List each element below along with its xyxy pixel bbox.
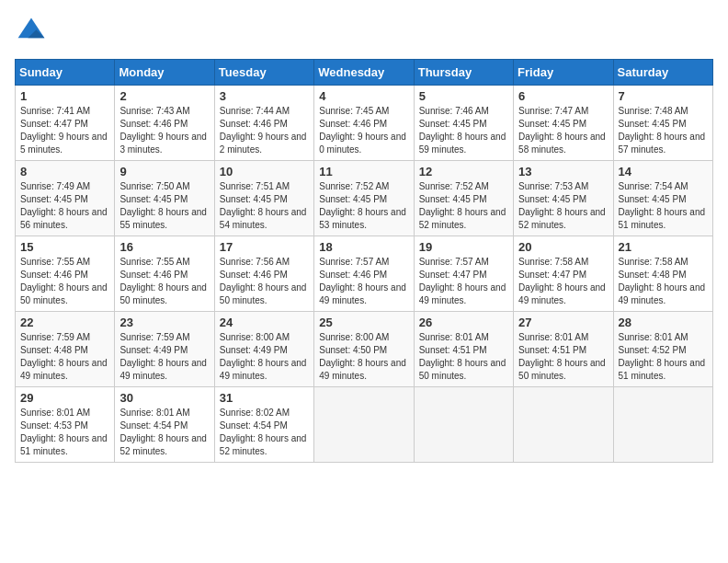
day-number: 30 — [119, 391, 209, 405]
calendar-cell: 23Sunrise: 7:59 AMSunset: 4:49 PMDayligh… — [115, 312, 214, 387]
cell-info: Sunrise: 7:52 AMSunset: 4:45 PMDaylight:… — [419, 181, 506, 230]
calendar-cell: 25Sunrise: 8:00 AMSunset: 4:50 PMDayligh… — [314, 312, 414, 387]
calendar-cell: 6Sunrise: 7:47 AMSunset: 4:45 PMDaylight… — [514, 86, 613, 161]
calendar-week-row: 1Sunrise: 7:41 AMSunset: 4:47 PMDaylight… — [16, 86, 713, 161]
cell-info: Sunrise: 7:55 AMSunset: 4:46 PMDaylight:… — [119, 257, 207, 305]
day-number: 2 — [119, 89, 209, 103]
day-number: 3 — [220, 89, 309, 103]
day-number: 31 — [220, 391, 309, 405]
page-header — [15, 15, 713, 48]
day-number: 14 — [619, 165, 708, 178]
calendar-week-row: 8Sunrise: 7:49 AMSunset: 4:45 PMDaylight… — [16, 161, 713, 236]
cell-info: Sunrise: 8:01 AMSunset: 4:51 PMDaylight:… — [419, 332, 506, 381]
cell-info: Sunrise: 8:02 AMSunset: 4:54 PMDaylight:… — [220, 408, 307, 456]
day-number: 23 — [119, 316, 209, 329]
calendar-cell: 11Sunrise: 7:52 AMSunset: 4:45 PMDayligh… — [314, 161, 414, 236]
cell-info: Sunrise: 7:45 AMSunset: 4:46 PMDaylight:… — [319, 106, 406, 155]
calendar-cell: 22Sunrise: 7:59 AMSunset: 4:48 PMDayligh… — [16, 312, 115, 387]
day-number: 7 — [619, 89, 708, 103]
day-number: 22 — [20, 316, 109, 329]
calendar-cell: 30Sunrise: 8:01 AMSunset: 4:54 PMDayligh… — [115, 387, 214, 463]
cell-info: Sunrise: 7:44 AMSunset: 4:46 PMDaylight:… — [220, 106, 307, 155]
calendar-week-row: 22Sunrise: 7:59 AMSunset: 4:48 PMDayligh… — [16, 312, 713, 387]
day-number: 25 — [319, 316, 408, 329]
calendar-cell: 26Sunrise: 8:01 AMSunset: 4:51 PMDayligh… — [414, 312, 513, 387]
day-number: 5 — [419, 89, 508, 103]
day-number: 12 — [419, 165, 508, 178]
cell-info: Sunrise: 7:41 AMSunset: 4:47 PMDaylight:… — [20, 106, 108, 155]
col-header-thursday: Thursday — [414, 60, 513, 86]
cell-info: Sunrise: 7:46 AMSunset: 4:45 PMDaylight:… — [419, 106, 506, 155]
day-number: 11 — [319, 165, 408, 178]
day-number: 8 — [20, 165, 109, 178]
day-number: 26 — [419, 316, 508, 329]
calendar-cell: 14Sunrise: 7:54 AMSunset: 4:45 PMDayligh… — [613, 161, 712, 236]
calendar-cell: 7Sunrise: 7:48 AMSunset: 4:45 PMDaylight… — [613, 86, 712, 161]
col-header-wednesday: Wednesday — [314, 60, 414, 86]
col-header-tuesday: Tuesday — [214, 60, 313, 86]
calendar-cell: 29Sunrise: 8:01 AMSunset: 4:53 PMDayligh… — [16, 387, 115, 463]
day-number: 9 — [119, 165, 209, 178]
logo-icon — [15, 15, 48, 48]
cell-info: Sunrise: 7:58 AMSunset: 4:48 PMDaylight:… — [619, 257, 706, 305]
day-number: 24 — [220, 316, 309, 329]
col-header-monday: Monday — [115, 60, 214, 86]
calendar-cell: 18Sunrise: 7:57 AMSunset: 4:46 PMDayligh… — [314, 236, 414, 312]
day-number: 18 — [319, 240, 408, 254]
day-number: 15 — [20, 240, 109, 254]
calendar-cell: 21Sunrise: 7:58 AMSunset: 4:48 PMDayligh… — [613, 236, 712, 312]
calendar-cell: 2Sunrise: 7:43 AMSunset: 4:46 PMDaylight… — [115, 86, 214, 161]
logo — [15, 15, 51, 48]
calendar-cell: 8Sunrise: 7:49 AMSunset: 4:45 PMDaylight… — [16, 161, 115, 236]
col-header-friday: Friday — [514, 60, 613, 86]
cell-info: Sunrise: 8:01 AMSunset: 4:52 PMDaylight:… — [619, 332, 706, 381]
cell-info: Sunrise: 7:47 AMSunset: 4:45 PMDaylight:… — [518, 106, 606, 155]
calendar-cell: 3Sunrise: 7:44 AMSunset: 4:46 PMDaylight… — [214, 86, 313, 161]
day-number: 4 — [319, 89, 408, 103]
calendar-cell: 13Sunrise: 7:53 AMSunset: 4:45 PMDayligh… — [514, 161, 613, 236]
calendar-cell: 10Sunrise: 7:51 AMSunset: 4:45 PMDayligh… — [214, 161, 313, 236]
calendar-cell — [414, 387, 513, 463]
calendar-cell: 15Sunrise: 7:55 AMSunset: 4:46 PMDayligh… — [16, 236, 115, 312]
calendar-week-row: 29Sunrise: 8:01 AMSunset: 4:53 PMDayligh… — [16, 387, 713, 463]
day-number: 13 — [518, 165, 608, 178]
cell-info: Sunrise: 8:01 AMSunset: 4:54 PMDaylight:… — [119, 408, 207, 456]
cell-info: Sunrise: 7:56 AMSunset: 4:46 PMDaylight:… — [220, 257, 307, 305]
cell-info: Sunrise: 7:57 AMSunset: 4:47 PMDaylight:… — [419, 257, 506, 305]
calendar-cell: 9Sunrise: 7:50 AMSunset: 4:45 PMDaylight… — [115, 161, 214, 236]
day-number: 29 — [20, 391, 109, 405]
day-number: 19 — [419, 240, 508, 254]
calendar-cell: 24Sunrise: 8:00 AMSunset: 4:49 PMDayligh… — [214, 312, 313, 387]
day-number: 16 — [119, 240, 209, 254]
col-header-saturday: Saturday — [613, 60, 712, 86]
calendar-cell: 31Sunrise: 8:02 AMSunset: 4:54 PMDayligh… — [214, 387, 313, 463]
calendar-cell: 4Sunrise: 7:45 AMSunset: 4:46 PMDaylight… — [314, 86, 414, 161]
cell-info: Sunrise: 7:43 AMSunset: 4:46 PMDaylight:… — [119, 106, 207, 155]
cell-info: Sunrise: 7:49 AMSunset: 4:45 PMDaylight:… — [20, 181, 108, 230]
day-number: 20 — [518, 240, 608, 254]
calendar-table: SundayMondayTuesdayWednesdayThursdayFrid… — [15, 59, 713, 463]
cell-info: Sunrise: 7:54 AMSunset: 4:45 PMDaylight:… — [619, 181, 706, 230]
cell-info: Sunrise: 7:59 AMSunset: 4:48 PMDaylight:… — [20, 332, 108, 381]
cell-info: Sunrise: 7:58 AMSunset: 4:47 PMDaylight:… — [518, 257, 606, 305]
calendar-cell — [314, 387, 414, 463]
calendar-cell: 20Sunrise: 7:58 AMSunset: 4:47 PMDayligh… — [514, 236, 613, 312]
day-number: 28 — [619, 316, 708, 329]
cell-info: Sunrise: 8:00 AMSunset: 4:50 PMDaylight:… — [319, 332, 406, 381]
calendar-cell: 12Sunrise: 7:52 AMSunset: 4:45 PMDayligh… — [414, 161, 513, 236]
day-number: 1 — [20, 89, 109, 103]
calendar-cell: 16Sunrise: 7:55 AMSunset: 4:46 PMDayligh… — [115, 236, 214, 312]
day-number: 6 — [518, 89, 608, 103]
calendar-cell: 19Sunrise: 7:57 AMSunset: 4:47 PMDayligh… — [414, 236, 513, 312]
cell-info: Sunrise: 7:59 AMSunset: 4:49 PMDaylight:… — [119, 332, 207, 381]
calendar-week-row: 15Sunrise: 7:55 AMSunset: 4:46 PMDayligh… — [16, 236, 713, 312]
cell-info: Sunrise: 7:53 AMSunset: 4:45 PMDaylight:… — [518, 181, 606, 230]
cell-info: Sunrise: 7:50 AMSunset: 4:45 PMDaylight:… — [119, 181, 207, 230]
calendar-cell: 17Sunrise: 7:56 AMSunset: 4:46 PMDayligh… — [214, 236, 313, 312]
calendar-cell: 1Sunrise: 7:41 AMSunset: 4:47 PMDaylight… — [16, 86, 115, 161]
cell-info: Sunrise: 7:51 AMSunset: 4:45 PMDaylight:… — [220, 181, 307, 230]
calendar-cell — [514, 387, 613, 463]
day-number: 17 — [220, 240, 309, 254]
calendar-cell: 5Sunrise: 7:46 AMSunset: 4:45 PMDaylight… — [414, 86, 513, 161]
calendar-cell: 27Sunrise: 8:01 AMSunset: 4:51 PMDayligh… — [514, 312, 613, 387]
